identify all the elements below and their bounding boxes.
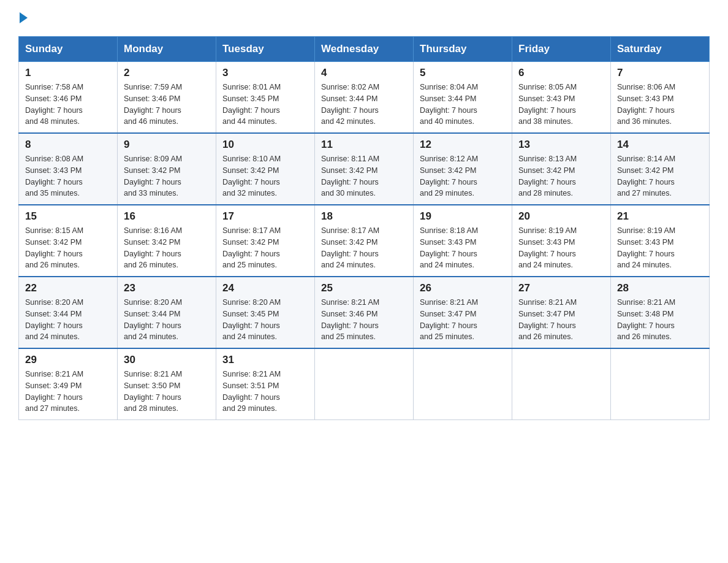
day-number: 4 bbox=[321, 67, 407, 79]
day-number: 24 bbox=[222, 282, 308, 294]
day-info: Sunrise: 8:01 AM Sunset: 3:45 PM Dayligh… bbox=[222, 82, 308, 128]
day-info: Sunrise: 7:58 AM Sunset: 3:46 PM Dayligh… bbox=[25, 82, 111, 128]
day-number: 12 bbox=[420, 139, 506, 151]
day-info: Sunrise: 8:20 AM Sunset: 3:44 PM Dayligh… bbox=[124, 297, 210, 343]
day-number: 23 bbox=[124, 282, 210, 294]
calendar-cell: 29 Sunrise: 8:21 AM Sunset: 3:49 PM Dayl… bbox=[19, 348, 118, 420]
day-header-saturday: Saturday bbox=[611, 37, 710, 62]
day-number: 18 bbox=[321, 210, 407, 223]
calendar-cell: 14 Sunrise: 8:14 AM Sunset: 3:42 PM Dayl… bbox=[611, 133, 710, 205]
day-info: Sunrise: 8:15 AM Sunset: 3:42 PM Dayligh… bbox=[25, 225, 111, 271]
day-number: 20 bbox=[518, 210, 604, 223]
page-header bbox=[18, 12, 710, 24]
calendar-cell: 6 Sunrise: 8:05 AM Sunset: 3:43 PM Dayli… bbox=[512, 62, 611, 134]
day-info: Sunrise: 8:19 AM Sunset: 3:43 PM Dayligh… bbox=[617, 225, 703, 271]
day-number: 25 bbox=[321, 282, 407, 294]
day-header-monday: Monday bbox=[118, 37, 216, 62]
day-header-tuesday: Tuesday bbox=[216, 37, 315, 62]
day-info: Sunrise: 8:20 AM Sunset: 3:45 PM Dayligh… bbox=[222, 297, 308, 343]
day-info: Sunrise: 8:04 AM Sunset: 3:44 PM Dayligh… bbox=[420, 82, 506, 128]
day-number: 8 bbox=[25, 139, 111, 151]
day-header-thursday: Thursday bbox=[414, 37, 512, 62]
day-number: 14 bbox=[617, 139, 703, 151]
calendar-cell: 7 Sunrise: 8:06 AM Sunset: 3:43 PM Dayli… bbox=[611, 62, 710, 134]
calendar-cell: 22 Sunrise: 8:20 AM Sunset: 3:44 PM Dayl… bbox=[19, 277, 118, 348]
calendar-cell: 28 Sunrise: 8:21 AM Sunset: 3:48 PM Dayl… bbox=[611, 277, 710, 348]
day-number: 19 bbox=[420, 210, 506, 223]
calendar-week-row: 8 Sunrise: 8:08 AM Sunset: 3:43 PM Dayli… bbox=[19, 133, 710, 205]
calendar-cell: 9 Sunrise: 8:09 AM Sunset: 3:42 PM Dayli… bbox=[118, 133, 216, 205]
day-info: Sunrise: 8:21 AM Sunset: 3:51 PM Dayligh… bbox=[222, 369, 308, 415]
calendar-cell: 24 Sunrise: 8:20 AM Sunset: 3:45 PM Dayl… bbox=[216, 277, 315, 348]
calendar-cell: 27 Sunrise: 8:21 AM Sunset: 3:47 PM Dayl… bbox=[512, 277, 611, 348]
logo-arrow-icon bbox=[20, 12, 28, 23]
calendar-cell: 12 Sunrise: 8:12 AM Sunset: 3:42 PM Dayl… bbox=[414, 133, 512, 205]
calendar-cell: 23 Sunrise: 8:20 AM Sunset: 3:44 PM Dayl… bbox=[118, 277, 216, 348]
day-number: 31 bbox=[222, 354, 308, 366]
calendar-cell: 11 Sunrise: 8:11 AM Sunset: 3:42 PM Dayl… bbox=[315, 133, 414, 205]
calendar-cell: 1 Sunrise: 7:58 AM Sunset: 3:46 PM Dayli… bbox=[19, 62, 118, 134]
calendar-cell bbox=[414, 348, 512, 420]
calendar-cell: 21 Sunrise: 8:19 AM Sunset: 3:43 PM Dayl… bbox=[611, 205, 710, 277]
calendar-cell bbox=[611, 348, 710, 420]
day-info: Sunrise: 8:16 AM Sunset: 3:42 PM Dayligh… bbox=[124, 225, 210, 271]
day-info: Sunrise: 8:05 AM Sunset: 3:43 PM Dayligh… bbox=[518, 82, 604, 128]
calendar-cell: 30 Sunrise: 8:21 AM Sunset: 3:50 PM Dayl… bbox=[118, 348, 216, 420]
day-number: 9 bbox=[124, 139, 210, 151]
calendar-cell: 17 Sunrise: 8:17 AM Sunset: 3:42 PM Dayl… bbox=[216, 205, 315, 277]
day-number: 7 bbox=[617, 67, 703, 79]
day-number: 29 bbox=[25, 354, 111, 366]
day-number: 22 bbox=[25, 282, 111, 294]
day-number: 6 bbox=[518, 67, 604, 79]
day-header-sunday: Sunday bbox=[19, 37, 118, 62]
day-info: Sunrise: 8:06 AM Sunset: 3:43 PM Dayligh… bbox=[617, 82, 703, 128]
calendar-cell: 10 Sunrise: 8:10 AM Sunset: 3:42 PM Dayl… bbox=[216, 133, 315, 205]
calendar-cell: 25 Sunrise: 8:21 AM Sunset: 3:46 PM Dayl… bbox=[315, 277, 414, 348]
day-number: 15 bbox=[25, 210, 111, 223]
calendar-cell: 8 Sunrise: 8:08 AM Sunset: 3:43 PM Dayli… bbox=[19, 133, 118, 205]
calendar-cell bbox=[512, 348, 611, 420]
calendar-week-row: 29 Sunrise: 8:21 AM Sunset: 3:49 PM Dayl… bbox=[19, 348, 710, 420]
day-number: 17 bbox=[222, 210, 308, 223]
day-info: Sunrise: 8:14 AM Sunset: 3:42 PM Dayligh… bbox=[617, 153, 703, 199]
day-header-friday: Friday bbox=[512, 37, 611, 62]
calendar-cell: 31 Sunrise: 8:21 AM Sunset: 3:51 PM Dayl… bbox=[216, 348, 315, 420]
logo[interactable] bbox=[18, 12, 28, 24]
calendar-cell: 16 Sunrise: 8:16 AM Sunset: 3:42 PM Dayl… bbox=[118, 205, 216, 277]
calendar-week-row: 1 Sunrise: 7:58 AM Sunset: 3:46 PM Dayli… bbox=[19, 62, 710, 134]
calendar-cell: 2 Sunrise: 7:59 AM Sunset: 3:46 PM Dayli… bbox=[118, 62, 216, 134]
day-info: Sunrise: 8:18 AM Sunset: 3:43 PM Dayligh… bbox=[420, 225, 506, 271]
day-info: Sunrise: 8:17 AM Sunset: 3:42 PM Dayligh… bbox=[321, 225, 407, 271]
day-header-wednesday: Wednesday bbox=[315, 37, 414, 62]
day-number: 1 bbox=[25, 67, 111, 79]
day-info: Sunrise: 8:09 AM Sunset: 3:42 PM Dayligh… bbox=[124, 153, 210, 199]
calendar-week-row: 22 Sunrise: 8:20 AM Sunset: 3:44 PM Dayl… bbox=[19, 277, 710, 348]
day-info: Sunrise: 8:17 AM Sunset: 3:42 PM Dayligh… bbox=[222, 225, 308, 271]
day-info: Sunrise: 8:02 AM Sunset: 3:44 PM Dayligh… bbox=[321, 82, 407, 128]
day-info: Sunrise: 8:10 AM Sunset: 3:42 PM Dayligh… bbox=[222, 153, 308, 199]
day-number: 5 bbox=[420, 67, 506, 79]
day-number: 10 bbox=[222, 139, 308, 151]
day-info: Sunrise: 8:21 AM Sunset: 3:47 PM Dayligh… bbox=[420, 297, 506, 343]
day-info: Sunrise: 8:21 AM Sunset: 3:47 PM Dayligh… bbox=[518, 297, 604, 343]
calendar-cell: 19 Sunrise: 8:18 AM Sunset: 3:43 PM Dayl… bbox=[414, 205, 512, 277]
calendar-cell: 18 Sunrise: 8:17 AM Sunset: 3:42 PM Dayl… bbox=[315, 205, 414, 277]
calendar-cell: 13 Sunrise: 8:13 AM Sunset: 3:42 PM Dayl… bbox=[512, 133, 611, 205]
day-number: 21 bbox=[617, 210, 703, 223]
day-number: 30 bbox=[124, 354, 210, 366]
calendar-cell: 3 Sunrise: 8:01 AM Sunset: 3:45 PM Dayli… bbox=[216, 62, 315, 134]
calendar-cell: 26 Sunrise: 8:21 AM Sunset: 3:47 PM Dayl… bbox=[414, 277, 512, 348]
day-info: Sunrise: 8:21 AM Sunset: 3:46 PM Dayligh… bbox=[321, 297, 407, 343]
calendar-cell: 5 Sunrise: 8:04 AM Sunset: 3:44 PM Dayli… bbox=[414, 62, 512, 134]
day-info: Sunrise: 7:59 AM Sunset: 3:46 PM Dayligh… bbox=[124, 82, 210, 128]
day-number: 27 bbox=[518, 282, 604, 294]
calendar-table: SundayMondayTuesdayWednesdayThursdayFrid… bbox=[18, 36, 710, 420]
day-number: 13 bbox=[518, 139, 604, 151]
day-number: 11 bbox=[321, 139, 407, 151]
calendar-cell bbox=[315, 348, 414, 420]
day-number: 28 bbox=[617, 282, 703, 294]
day-info: Sunrise: 8:11 AM Sunset: 3:42 PM Dayligh… bbox=[321, 153, 407, 199]
day-number: 2 bbox=[124, 67, 210, 79]
day-info: Sunrise: 8:13 AM Sunset: 3:42 PM Dayligh… bbox=[518, 153, 604, 199]
day-number: 26 bbox=[420, 282, 506, 294]
